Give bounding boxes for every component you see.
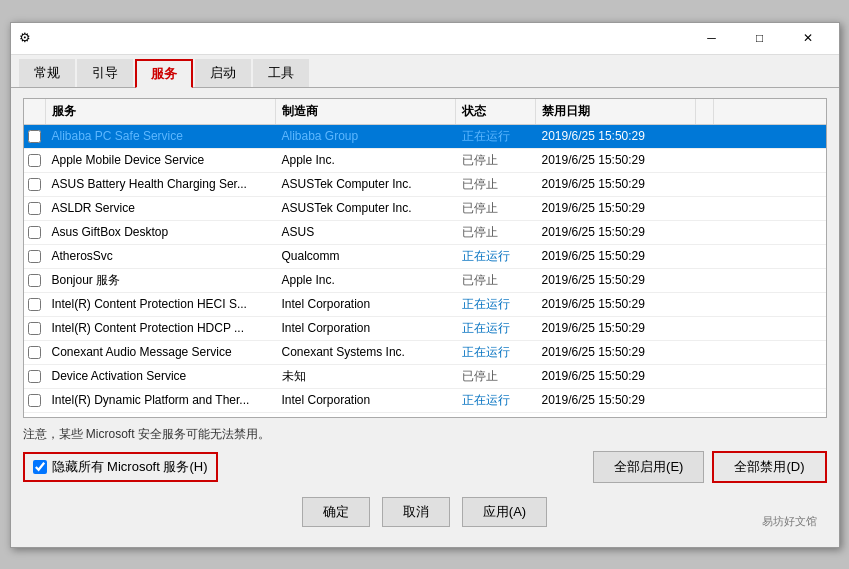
table-row[interactable]: ASUS Battery Health Charging Ser... ASUS… (24, 173, 826, 197)
date-1: 2019/6/25 15:50:29 (536, 151, 696, 169)
table-row[interactable]: Conexant Audio Message Service Conexant … (24, 341, 826, 365)
manufacturer-11: Intel Corporation (276, 391, 456, 409)
status-8: 正在运行 (456, 318, 536, 339)
row-checkbox-2[interactable] (24, 178, 46, 191)
col-manufacturer[interactable]: 制造商 (276, 99, 456, 124)
cancel-button[interactable]: 取消 (382, 497, 450, 527)
table-row[interactable]: Asus GiftBox Desktop ASUS 已停止 2019/6/25 … (24, 221, 826, 245)
table-row[interactable]: AtherosSvc Qualcomm 正在运行 2019/6/25 15:50… (24, 245, 826, 269)
service-name-5: AtherosSvc (46, 247, 276, 265)
main-content: 服务 制造商 状态 禁用日期 Alibaba PC Safe Service A… (11, 88, 839, 547)
date-0: 2019/6/25 15:50:29 (536, 127, 696, 145)
table-row[interactable]: ASLDR Service ASUSTek Computer Inc. 已停止 … (24, 197, 826, 221)
table-row[interactable]: Intel(R) Dynamic Platform and Ther... In… (24, 389, 826, 413)
bottom-section: 注意，某些 Microsoft 安全服务可能无法禁用。 隐藏所有 Microso… (23, 418, 827, 489)
col-service[interactable]: 服务 (46, 99, 276, 124)
manufacturer-10: 未知 (276, 366, 456, 387)
manufacturer-5: Qualcomm (276, 247, 456, 265)
date-11: 2019/6/25 15:50:29 (536, 391, 696, 409)
table-header: 服务 制造商 状态 禁用日期 (24, 99, 826, 125)
main-window: ⚙ ─ □ ✕ 常规 引导 服务 启动 工具 服务 制造商 状态 禁用日期 (10, 22, 840, 548)
date-10: 2019/6/25 15:50:29 (536, 367, 696, 385)
title-bar-left: ⚙ (19, 30, 35, 46)
services-table[interactable]: 服务 制造商 状态 禁用日期 Alibaba PC Safe Service A… (23, 98, 827, 418)
service-name-9: Conexant Audio Message Service (46, 343, 276, 361)
col-date[interactable]: 禁用日期 (536, 99, 696, 124)
ok-button[interactable]: 确定 (302, 497, 370, 527)
tab-bar: 常规 引导 服务 启动 工具 (11, 55, 839, 88)
disable-all-button[interactable]: 全部禁用(D) (712, 451, 826, 483)
table-row[interactable]: Device Activation Service 未知 已停止 2019/6/… (24, 365, 826, 389)
manufacturer-6: Apple Inc. (276, 271, 456, 289)
manufacturer-0: Alibaba Group (276, 127, 456, 145)
row-checkbox-8[interactable] (24, 322, 46, 335)
manufacturer-9: Conexant Systems Inc. (276, 343, 456, 361)
hide-microsoft-label[interactable]: 隐藏所有 Microsoft 服务(H) (23, 452, 218, 482)
title-bar: ⚙ ─ □ ✕ (11, 23, 839, 55)
tab-tools[interactable]: 工具 (253, 59, 309, 87)
service-name-4: Asus GiftBox Desktop (46, 223, 276, 241)
tab-services[interactable]: 服务 (135, 59, 193, 88)
col-status[interactable]: 状态 (456, 99, 536, 124)
status-5: 正在运行 (456, 246, 536, 267)
service-name-0: Alibaba PC Safe Service (46, 127, 276, 145)
tab-general[interactable]: 常规 (19, 59, 75, 87)
dialog-buttons: 确定 取消 应用(A) 易坊好文馆 (23, 489, 827, 537)
service-name-6: Bonjour 服务 (46, 270, 276, 291)
status-4: 已停止 (456, 222, 536, 243)
manufacturer-1: Apple Inc. (276, 151, 456, 169)
status-2: 已停止 (456, 174, 536, 195)
row-checkbox-9[interactable] (24, 346, 46, 359)
row-checkbox-4[interactable] (24, 226, 46, 239)
date-5: 2019/6/25 15:50:29 (536, 247, 696, 265)
date-9: 2019/6/25 15:50:29 (536, 343, 696, 361)
row-checkbox-7[interactable] (24, 298, 46, 311)
manufacturer-7: Intel Corporation (276, 295, 456, 313)
service-name-10: Device Activation Service (46, 367, 276, 385)
table-row[interactable]: Bonjour 服务 Apple Inc. 已停止 2019/6/25 15:5… (24, 269, 826, 293)
date-6: 2019/6/25 15:50:29 (536, 271, 696, 289)
row-checkbox-3[interactable] (24, 202, 46, 215)
notice-text: 注意，某些 Microsoft 安全服务可能无法禁用。 (23, 426, 827, 443)
service-name-1: Apple Mobile Device Service (46, 151, 276, 169)
service-name-11: Intel(R) Dynamic Platform and Ther... (46, 391, 276, 409)
minimize-button[interactable]: ─ (689, 26, 735, 50)
status-1: 已停止 (456, 150, 536, 171)
date-7: 2019/6/25 15:50:29 (536, 295, 696, 313)
status-9: 正在运行 (456, 342, 536, 363)
row-checkbox-11[interactable] (24, 394, 46, 407)
row-checkbox-10[interactable] (24, 370, 46, 383)
apply-button[interactable]: 应用(A) (462, 497, 547, 527)
maximize-button[interactable]: □ (737, 26, 783, 50)
title-controls: ─ □ ✕ (689, 26, 831, 50)
manufacturer-4: ASUS (276, 223, 456, 241)
manufacturer-8: Intel Corporation (276, 319, 456, 337)
status-3: 已停止 (456, 198, 536, 219)
enable-all-button[interactable]: 全部启用(E) (593, 451, 704, 483)
tab-boot[interactable]: 引导 (77, 59, 133, 87)
window-icon: ⚙ (19, 30, 35, 46)
tab-startup[interactable]: 启动 (195, 59, 251, 87)
status-7: 正在运行 (456, 294, 536, 315)
status-11: 正在运行 (456, 390, 536, 411)
manufacturer-2: ASUSTek Computer Inc. (276, 175, 456, 193)
hide-microsoft-text: 隐藏所有 Microsoft 服务(H) (52, 458, 208, 476)
watermark: 易坊好文馆 (762, 514, 817, 529)
table-row[interactable]: Apple Mobile Device Service Apple Inc. 已… (24, 149, 826, 173)
table-row[interactable]: Intel(R) Content Protection HECI S... In… (24, 293, 826, 317)
table-row[interactable]: Intel(R) Content Protection HDCP ... Int… (24, 317, 826, 341)
bottom-row: 隐藏所有 Microsoft 服务(H) 全部启用(E) 全部禁用(D) (23, 451, 827, 483)
row-checkbox-5[interactable] (24, 250, 46, 263)
close-button[interactable]: ✕ (785, 26, 831, 50)
col-check (24, 99, 46, 124)
col-scroll (696, 99, 714, 124)
row-checkbox-0[interactable] (24, 130, 46, 143)
date-2: 2019/6/25 15:50:29 (536, 175, 696, 193)
date-4: 2019/6/25 15:50:29 (536, 223, 696, 241)
table-row[interactable]: Alibaba PC Safe Service Alibaba Group 正在… (24, 125, 826, 149)
row-checkbox-6[interactable] (24, 274, 46, 287)
row-checkbox-1[interactable] (24, 154, 46, 167)
status-0: 正在运行 (456, 126, 536, 147)
hide-microsoft-checkbox[interactable] (33, 460, 47, 474)
date-8: 2019/6/25 15:50:29 (536, 319, 696, 337)
